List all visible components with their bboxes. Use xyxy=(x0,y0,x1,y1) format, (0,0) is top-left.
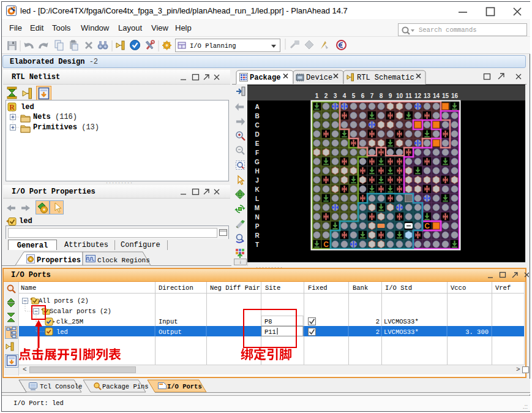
svg-text:P8: P8 xyxy=(264,318,272,325)
svg-text:M: M xyxy=(255,205,260,211)
svg-text:E: E xyxy=(255,140,260,147)
svg-text:T: T xyxy=(255,241,259,248)
svg-text:13: 13 xyxy=(424,93,431,99)
svg-text:5: 5 xyxy=(352,93,356,99)
svg-text:16: 16 xyxy=(451,93,459,99)
svg-text:D: D xyxy=(255,131,259,138)
svg-text:C: C xyxy=(255,122,259,129)
svg-text:15: 15 xyxy=(442,93,449,99)
svg-text:C: C xyxy=(323,240,329,249)
svg-text:2: 2 xyxy=(324,93,328,99)
svg-text:1: 1 xyxy=(315,93,319,99)
svg-text:10: 10 xyxy=(396,93,403,99)
svg-text:G: G xyxy=(255,159,260,165)
svg-text:R: R xyxy=(9,103,15,112)
svg-text:4: 4 xyxy=(343,93,347,99)
svg-text:C: C xyxy=(424,222,430,230)
svg-text:3: 3 xyxy=(334,93,337,99)
svg-text:12: 12 xyxy=(414,93,422,99)
svg-text:K: K xyxy=(255,186,260,193)
svg-text:6: 6 xyxy=(361,93,365,99)
svg-text:Scalar ports (2): Scalar ports (2) xyxy=(50,308,111,315)
svg-text:LVCMOS33*: LVCMOS33* xyxy=(384,318,419,325)
svg-text:Package Pins: Package Pins xyxy=(102,383,149,390)
svg-text:14: 14 xyxy=(433,93,440,99)
svg-text:R: R xyxy=(255,232,260,239)
svg-text:3. 300: 3. 300 xyxy=(465,328,489,336)
svg-text:7: 7 xyxy=(370,93,374,99)
svg-text:P: P xyxy=(255,223,260,230)
svg-text:Tcl Console: Tcl Console xyxy=(40,383,82,390)
svg-text:11: 11 xyxy=(405,93,412,99)
svg-text:RTL Schematic: RTL Schematic xyxy=(357,74,414,82)
svg-text:8: 8 xyxy=(380,93,383,99)
svg-text:Clock Regions: Clock Regions xyxy=(97,257,150,264)
svg-text:clk_25M: clk_25M xyxy=(56,318,83,325)
svg-text:Output: Output xyxy=(159,328,182,336)
svg-text:LVCMOS33*: LVCMOS33* xyxy=(384,328,419,336)
svg-text:led: led xyxy=(56,328,68,336)
svg-text:H: H xyxy=(255,168,259,175)
svg-text:P11: P11 xyxy=(264,328,276,336)
svg-text:F: F xyxy=(255,150,259,156)
svg-text:Device: Device xyxy=(306,74,332,82)
svg-text:Properties: Properties xyxy=(37,256,81,265)
svg-text:I/O Ports: I/O Ports xyxy=(167,383,202,390)
svg-text:9: 9 xyxy=(389,93,392,99)
svg-text:All ports (2): All ports (2) xyxy=(39,297,89,305)
svg-text:L: L xyxy=(255,195,259,202)
svg-text:Input: Input xyxy=(159,318,178,325)
svg-text:A: A xyxy=(255,104,259,110)
svg-text:J: J xyxy=(255,177,259,184)
svg-text:2: 2 xyxy=(376,328,380,336)
svg-text:N: N xyxy=(255,214,259,221)
svg-text:2: 2 xyxy=(376,318,380,325)
svg-text:B: B xyxy=(255,113,259,119)
svg-text:Package: Package xyxy=(250,74,280,82)
